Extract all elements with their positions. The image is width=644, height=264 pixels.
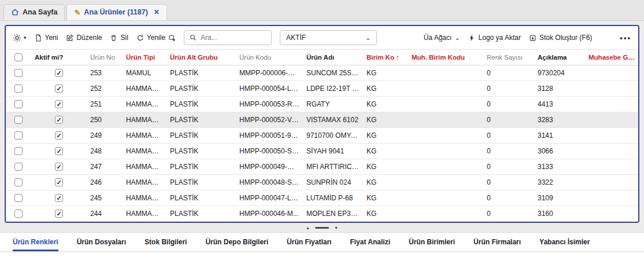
table-row[interactable]: 247HAMMADDEPLASTİKHMPP-000049-MF...MFI A… (6, 159, 638, 175)
cell-urun-alt-grubu: PLASTİK (166, 131, 236, 140)
tab-close-icon[interactable]: ✕ (154, 8, 160, 16)
cell-aciklama: 3160 (534, 210, 585, 218)
delete-button[interactable]: Sil (110, 34, 128, 42)
panel-splitter[interactable]: ▲ ▼ (0, 223, 644, 232)
column-header-9[interactable]: Açıklama (534, 54, 585, 61)
cell-urun-adi: MFI ARTTIRICI F... (303, 163, 363, 171)
stok-olustur-icon (529, 34, 536, 42)
chevron-down-icon: ⌄ (365, 35, 371, 41)
column-header-10[interactable]: Muhasebe Grubu (585, 54, 638, 61)
cell-urun-kodu: HMPP-000053-RG... (236, 100, 303, 108)
detail-content-area (0, 252, 644, 264)
table-row[interactable]: 245HAMMADDEPLASTİKHMPP-000047-LU...LUTAM… (6, 190, 638, 206)
column-header-0[interactable]: Aktif mi? (31, 54, 87, 61)
refresh-button[interactable]: Yenile (136, 34, 176, 42)
row-select-cell (6, 147, 31, 155)
cell-birim-kodu: KG (363, 100, 408, 108)
edit-button[interactable]: Düzenle (66, 34, 102, 42)
row-select-checkbox[interactable] (14, 85, 23, 93)
tab-ana-urunler[interactable]: ✎ Ana Ürünler (1187) ✕ (66, 4, 166, 20)
row-select-checkbox[interactable] (14, 100, 23, 108)
table-row[interactable]: 252HAMMADDEPLASTİKHMPP-000054-LD...LDPE … (6, 81, 638, 97)
header-select-cell (6, 53, 31, 61)
aktif-checkbox[interactable] (55, 163, 63, 171)
detail-tab-0[interactable]: Ürün Renkleri (13, 233, 58, 251)
search-input[interactable] (201, 34, 263, 42)
aktif-checkbox[interactable] (55, 69, 63, 77)
tab-ana-sayfa[interactable]: Ana Sayfa (3, 4, 65, 20)
row-select-checkbox[interactable] (14, 163, 23, 171)
cell-urun-alt-grubu: PLASTİK (166, 147, 236, 155)
table-row[interactable]: 251HAMMADDEPLASTİKHMPP-000053-RG...RGATY… (6, 97, 638, 112)
detail-tab-3[interactable]: Ürün Depo Bilgileri (205, 233, 268, 251)
cell-birim-kodu: KG (363, 116, 408, 124)
cell-urun-kodu: HMPP-000049-MF... (236, 163, 303, 171)
row-select-checkbox[interactable] (14, 131, 23, 140)
row-select-cell (6, 163, 31, 171)
sort-asc-icon: ↑ (396, 54, 399, 61)
column-header-4[interactable]: Ürün Kodu (236, 54, 303, 61)
chevron-down-icon: ⌄ (454, 35, 460, 41)
stok-olustur-button[interactable]: Stok Oluştur (F6) (529, 34, 592, 42)
aktif-checkbox[interactable] (55, 85, 63, 93)
refresh-options-icon[interactable] (168, 34, 176, 42)
new-button[interactable]: Yeni (35, 34, 58, 42)
window-tab-bar: Ana Sayfa ✎ Ana Ürünler (1187) ✕ (0, 0, 644, 21)
table-row[interactable]: 246HAMMADDEPLASTİKHMPP-000048-SU...SUNPR… (6, 175, 638, 190)
cell-urun-no: 253 (87, 69, 123, 77)
cell-renk-sayisi: 0 (483, 69, 534, 77)
detail-tab-7[interactable]: Ürün Firmaları (473, 233, 521, 251)
cell-renk-sayisi: 0 (483, 116, 534, 124)
column-header-5[interactable]: Ürün Adı (303, 54, 363, 61)
detail-tab-1[interactable]: Ürün Dosyaları (77, 233, 126, 251)
aktif-cell (31, 178, 87, 186)
aktif-checkbox[interactable] (55, 147, 63, 155)
row-select-cell (6, 194, 31, 202)
detail-tab-4[interactable]: Ürün Fiyatları (287, 233, 331, 251)
detail-tab-6[interactable]: Ürün Birimleri (409, 233, 455, 251)
cell-urun-alt-grubu: PLASTİK (166, 69, 236, 77)
table-row[interactable]: 248HAMMADDEPLASTİKHMPP-000050-SİY...SİYA… (6, 144, 638, 159)
detail-tab-8[interactable]: Yabancı İsimler (539, 233, 590, 251)
cell-urun-adi: VISTAMAX 6102 (303, 116, 363, 124)
table-row[interactable]: 244HAMMADDEPLASTİKHMPP-000046-M...MOPLEN… (6, 206, 638, 222)
row-select-cell (6, 100, 31, 108)
aktif-checkbox[interactable] (55, 131, 63, 140)
logo-aktar-button[interactable]: Logo ya Aktar (468, 34, 521, 42)
settings-menu-button[interactable]: ▾ (13, 34, 27, 42)
table-row[interactable]: 249HAMMADDEPLASTİKHMPP-000051-971...9710… (6, 128, 638, 144)
splitter-collapse-down-icon[interactable]: ▼ (334, 226, 338, 230)
row-select-checkbox[interactable] (14, 116, 23, 124)
select-all-checkbox[interactable] (14, 53, 23, 61)
row-select-checkbox[interactable] (14, 69, 23, 77)
ua-agaci-button[interactable]: Üa Ağacı ⌄ (424, 34, 460, 42)
row-select-checkbox[interactable] (14, 178, 23, 186)
aktif-checkbox[interactable] (55, 210, 63, 218)
row-select-cell (6, 131, 31, 140)
column-header-1[interactable]: Ürün No (87, 54, 123, 61)
splitter-collapse-up-icon[interactable]: ▲ (306, 226, 310, 230)
cell-urun-adi: LDPE I22-19T G... (303, 85, 363, 93)
splitter-handle[interactable] (315, 227, 329, 229)
more-options-button[interactable]: ••• (620, 34, 631, 42)
detail-tab-2[interactable]: Stok Bilgileri (145, 233, 187, 251)
search-box[interactable] (184, 30, 272, 45)
aktif-checkbox[interactable] (55, 100, 63, 108)
aktif-checkbox[interactable] (55, 178, 63, 186)
table-row[interactable]: 250HAMMADDEPLASTİKHMPP-000052-VIS...VIST… (6, 112, 638, 128)
row-select-checkbox[interactable] (14, 210, 23, 218)
column-header-6[interactable]: Birim Ko↑ (363, 54, 408, 61)
column-header-3[interactable]: Ürün Alt Grubu (166, 54, 236, 61)
column-header-8[interactable]: Renk Sayısı (483, 54, 534, 61)
cell-urun-no: 248 (87, 147, 123, 155)
detail-tab-5[interactable]: Fiyat Analizi (350, 233, 390, 251)
aktif-checkbox[interactable] (55, 116, 63, 124)
status-filter-select[interactable]: AKTİF ⌄ (280, 30, 377, 45)
aktif-cell (31, 131, 87, 140)
row-select-checkbox[interactable] (14, 194, 23, 202)
aktif-checkbox[interactable] (55, 194, 63, 202)
row-select-checkbox[interactable] (14, 147, 23, 155)
column-header-7[interactable]: Muh. Birim Kodu (408, 54, 483, 61)
column-header-2[interactable]: Ürün Tipi (123, 54, 166, 61)
table-row[interactable]: 253MAMULPLASTİKMMPP-000006-SU...SUNCOM 2… (6, 65, 638, 81)
